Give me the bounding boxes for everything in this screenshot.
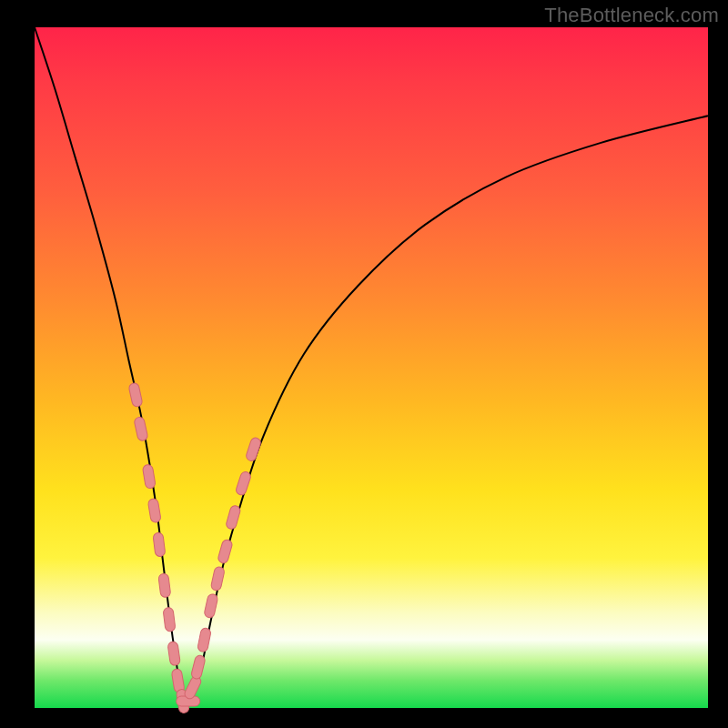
bead: [167, 642, 181, 666]
bead: [183, 674, 202, 700]
bead: [204, 593, 218, 619]
bead: [177, 696, 200, 706]
bead: [142, 464, 156, 489]
bead: [210, 566, 225, 592]
bead: [134, 416, 148, 441]
plot-area: [35, 27, 708, 708]
bead-group: [128, 382, 262, 713]
chart-frame: TheBottleneck.com: [0, 0, 728, 728]
bead: [163, 607, 176, 632]
bead: [225, 505, 241, 531]
bead: [197, 627, 212, 652]
bead: [235, 470, 252, 496]
bead: [158, 573, 171, 598]
bead: [153, 532, 166, 557]
bottleneck-curve: [35, 27, 708, 704]
bead: [128, 382, 143, 408]
bead: [190, 654, 206, 680]
bead: [147, 498, 161, 522]
curve-layer: [35, 27, 708, 708]
bead: [245, 437, 262, 462]
bead: [217, 539, 234, 564]
bead: [171, 668, 185, 693]
watermark-text: TheBottleneck.com: [544, 4, 719, 27]
bead: [176, 689, 189, 713]
